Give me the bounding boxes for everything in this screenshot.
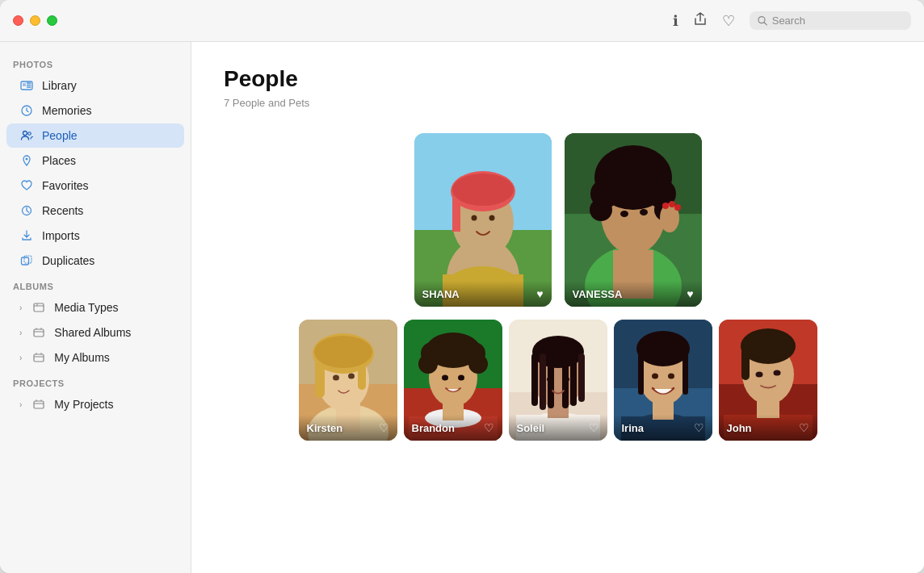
svg-line-1 — [764, 23, 766, 25]
person-card-soleil[interactable]: Soleil ♡ — [509, 320, 607, 441]
sidebar-item-shared-albums[interactable]: › Shared Albums — [6, 320, 184, 345]
sidebar-item-duplicates[interactable]: Duplicates — [6, 249, 184, 273]
chevron-icon: › — [19, 303, 22, 312]
person-brandon-name: Brandon — [412, 422, 455, 434]
page-title: People — [224, 66, 892, 92]
person-soleil-overlay: Soleil ♡ — [509, 415, 607, 441]
maximize-button[interactable] — [47, 15, 57, 26]
sidebar-item-imports[interactable]: Imports — [6, 224, 184, 248]
search-box[interactable] — [750, 11, 911, 30]
svg-rect-81 — [570, 353, 577, 406]
titlebar: ℹ ♡ — [0, 0, 924, 42]
sidebar-item-recents[interactable]: Recents — [6, 199, 184, 223]
svg-point-45 — [669, 201, 675, 207]
svg-point-57 — [348, 374, 355, 379]
sidebar-item-people-label: People — [42, 129, 78, 142]
person-vanessa-heart[interactable]: ♥ — [687, 287, 693, 300]
search-icon — [758, 15, 767, 26]
heart-icon[interactable]: ♡ — [722, 14, 735, 28]
main-area: Photos Library — [0, 42, 924, 573]
page-subtitle: 7 People and Pets — [224, 97, 892, 109]
person-john-heart[interactable]: ♡ — [799, 421, 809, 434]
sidebar-item-my-projects[interactable]: › My Projects — [6, 392, 184, 416]
svg-rect-15 — [34, 329, 44, 337]
people-grid-top: SHANA ♥ — [224, 133, 892, 307]
svg-rect-79 — [531, 353, 538, 406]
person-irina-name: Irina — [622, 422, 644, 434]
person-card-john[interactable]: John ♡ — [719, 320, 817, 441]
person-card-kirsten[interactable]: Kirsten ♡ — [299, 320, 397, 441]
person-card-vanessa[interactable]: VANESSA ♥ — [565, 133, 702, 307]
svg-rect-3 — [23, 83, 26, 86]
person-soleil-heart[interactable]: ♡ — [589, 421, 599, 434]
chevron-icon: › — [19, 353, 22, 362]
traffic-lights — [13, 15, 57, 26]
svg-point-96 — [638, 333, 688, 362]
svg-point-69 — [463, 342, 485, 365]
svg-point-43 — [640, 209, 648, 215]
sidebar-item-duplicates-label: Duplicates — [42, 254, 94, 267]
media-types-icon — [32, 300, 46, 315]
person-card-irina[interactable]: Irina ♡ — [614, 320, 712, 441]
person-vanessa-name: VANESSA — [573, 288, 623, 300]
share-icon[interactable] — [693, 12, 708, 29]
person-john-name: John — [727, 422, 752, 434]
person-card-shana[interactable]: SHANA ♥ — [414, 133, 552, 307]
sidebar-item-places[interactable]: Places — [6, 148, 184, 173]
svg-rect-14 — [34, 303, 44, 312]
sidebar-item-my-albums[interactable]: › My Albums — [6, 345, 184, 370]
sidebar-item-favorites-label: Favorites — [42, 179, 89, 192]
person-shana-heart[interactable]: ♥ — [536, 287, 543, 300]
svg-rect-16 — [34, 354, 44, 362]
recents-icon — [19, 203, 34, 218]
svg-point-68 — [421, 342, 443, 365]
person-irina-heart[interactable]: ♡ — [694, 421, 704, 434]
svg-rect-95 — [682, 350, 688, 395]
person-kirsten-overlay: Kirsten ♡ — [299, 415, 397, 441]
person-vanessa-overlay: VANESSA ♥ — [565, 281, 702, 307]
svg-point-42 — [620, 211, 628, 217]
places-icon — [19, 153, 34, 168]
person-brandon-heart[interactable]: ♡ — [484, 421, 494, 434]
sidebar-item-my-albums-label: My Albums — [54, 351, 109, 364]
svg-point-9 — [28, 132, 32, 136]
duplicates-icon — [19, 253, 34, 268]
person-shana-name: SHANA — [422, 288, 460, 300]
search-input[interactable] — [772, 15, 903, 27]
svg-point-109 — [773, 370, 780, 376]
svg-point-8 — [23, 132, 27, 136]
sidebar-item-imports-label: Imports — [42, 229, 80, 242]
svg-point-37 — [590, 199, 612, 221]
svg-point-26 — [489, 215, 494, 221]
toolbar-right: ℹ ♡ — [673, 11, 911, 30]
person-card-brandon[interactable]: Brandon ♡ — [404, 320, 502, 441]
people-grid-bottom: Kirsten ♡ — [224, 320, 892, 441]
albums-section-label: Albums — [0, 274, 191, 295]
svg-point-24 — [452, 174, 514, 206]
person-kirsten-heart[interactable]: ♡ — [379, 421, 389, 434]
svg-rect-17 — [34, 401, 44, 408]
svg-point-86 — [563, 377, 569, 382]
sidebar-item-shared-albums-label: Shared Albums — [54, 326, 131, 339]
chevron-icon: › — [19, 400, 22, 409]
svg-point-70 — [442, 375, 448, 381]
svg-point-107 — [742, 331, 794, 358]
svg-point-97 — [652, 374, 658, 379]
people-icon — [19, 128, 34, 143]
sidebar-item-favorites[interactable]: Favorites — [6, 174, 184, 198]
sidebar-item-memories[interactable]: Memories — [6, 98, 184, 123]
minimize-button[interactable] — [30, 15, 40, 26]
sidebar-item-media-types[interactable]: › Media Types — [6, 295, 184, 320]
sidebar-item-people[interactable]: People — [6, 123, 184, 148]
sidebar: Photos Library — [0, 42, 191, 573]
content-area: People 7 People and Pets — [191, 42, 924, 573]
person-john-overlay: John ♡ — [719, 415, 817, 441]
library-icon — [19, 78, 34, 93]
svg-point-55 — [314, 336, 372, 368]
sidebar-item-recents-label: Recents — [42, 204, 83, 217]
sidebar-item-library[interactable]: Library — [6, 73, 184, 98]
info-icon[interactable]: ℹ — [673, 14, 678, 28]
person-brandon-overlay: Brandon ♡ — [404, 415, 502, 441]
sidebar-item-my-projects-label: My Projects — [54, 398, 113, 411]
close-button[interactable] — [13, 15, 23, 26]
